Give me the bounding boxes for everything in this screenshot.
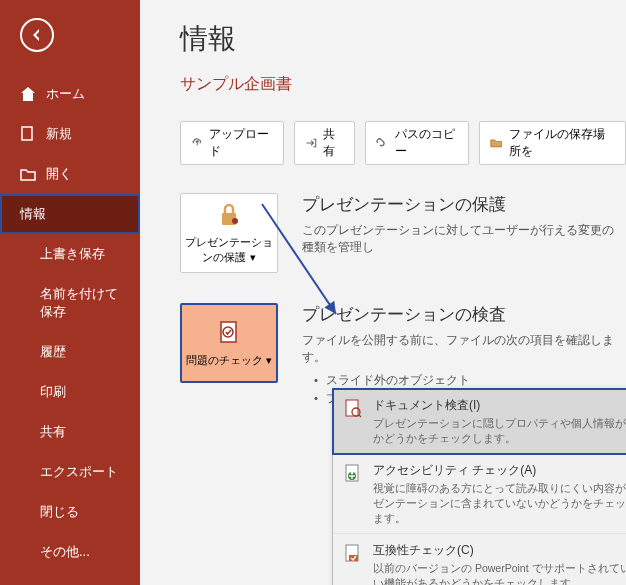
upload-label: アップロード	[209, 126, 273, 160]
protect-tile-label: プレゼンテーションの保護 ▾	[181, 235, 277, 265]
nav-save[interactable]: 上書き保存	[0, 234, 140, 274]
home-icon	[20, 86, 36, 102]
copy-path-button[interactable]: パスのコピー	[365, 121, 469, 165]
back-button[interactable]	[20, 18, 54, 52]
nav-history[interactable]: 履歴	[0, 332, 140, 372]
svg-point-12	[351, 472, 354, 475]
back-arrow-icon	[29, 27, 45, 43]
protect-body: プレゼンテーションの保護 このプレゼンテーションに対してユーザーが行える変更の種…	[302, 193, 626, 257]
nav-share[interactable]: 共有	[0, 412, 140, 452]
nav-home[interactable]: ホーム	[0, 74, 140, 114]
copy-path-label: パスのコピー	[395, 126, 459, 160]
inspect-tile[interactable]: 問題のチェック ▾	[180, 303, 278, 383]
inspect-bullet-1: スライド外のオブジェクト	[316, 371, 616, 389]
svg-rect-0	[22, 127, 32, 140]
upload-button[interactable]: アップロード	[180, 121, 284, 165]
protect-section: プレゼンテーションの保護 ▾ プレゼンテーションの保護 このプレゼンテーションに…	[180, 193, 626, 273]
menu-compatibility-check[interactable]: 互換性チェック(C) 以前のバージョンの PowerPoint でサポートされて…	[333, 534, 626, 585]
svg-line-9	[359, 415, 361, 417]
inspect-tile-label: 問題のチェック ▾	[186, 353, 272, 368]
nav-new[interactable]: 新規	[0, 114, 140, 154]
menu-compat-desc: 以前のバージョンの PowerPoint でサポートされていない機能があるかどう…	[373, 561, 626, 585]
backstage-sidebar: ホーム 新規 開く 情報 上書き保存 名前を付けて保存 履歴 印刷 共有 エクス…	[0, 0, 140, 585]
upload-icon	[191, 136, 203, 150]
nav-export[interactable]: エクスポート	[0, 452, 140, 492]
open-location-label: ファイルの保存場所を	[509, 126, 615, 160]
menu-accessibility-title: アクセシビリティ チェック(A)	[373, 462, 626, 479]
nav-open[interactable]: 開く	[0, 154, 140, 194]
inspect-heading: プレゼンテーションの検査	[302, 303, 616, 326]
open-icon	[20, 166, 36, 182]
svg-point-2	[232, 218, 238, 224]
inspect-doc-icon	[343, 398, 363, 418]
menu-document-inspect-title: ドキュメント検査(I)	[373, 397, 626, 414]
nav-info-label: 情報	[20, 205, 46, 223]
accessibility-icon	[343, 463, 363, 483]
folder-icon	[490, 136, 502, 150]
lock-icon	[215, 201, 243, 229]
nav-open-label: 開く	[46, 165, 72, 183]
nav-new-label: 新規	[46, 125, 72, 143]
share-label: 共有	[323, 126, 344, 160]
protect-tile[interactable]: プレゼンテーションの保護 ▾	[180, 193, 278, 273]
link-icon	[376, 136, 388, 150]
file-name: サンプル企画書	[180, 74, 626, 95]
nav-close[interactable]: 閉じる	[0, 492, 140, 532]
check-document-icon	[215, 319, 243, 347]
menu-document-inspect-desc: プレゼンテーションに隠しプロパティや個人情報がないかどうかをチェックします。	[373, 416, 626, 445]
protect-desc: このプレゼンテーションに対してユーザーが行える変更の種類を管理し	[302, 222, 616, 257]
nav-home-label: ホーム	[46, 85, 85, 103]
inspect-desc: ファイルを公開する前に、ファイルの次の項目を確認します。	[302, 332, 616, 367]
page-title: 情報	[180, 20, 626, 58]
protect-heading: プレゼンテーションの保護	[302, 193, 616, 216]
menu-accessibility-desc: 視覚に障碍のある方にとって読み取りにくい内容がプレゼンテーションに含まれていない…	[373, 481, 626, 525]
nav-print[interactable]: 印刷	[0, 372, 140, 412]
nav-info[interactable]: 情報	[0, 194, 140, 234]
menu-accessibility-check[interactable]: アクセシビリティ チェック(A) 視覚に障碍のある方にとって読み取りにくい内容が…	[333, 454, 626, 534]
inspect-dropdown: ドキュメント検査(I) プレゼンテーションに隠しプロパティや個人情報がないかどう…	[332, 388, 626, 585]
nav-save-as[interactable]: 名前を付けて保存	[0, 274, 140, 332]
share-icon	[305, 136, 317, 150]
new-icon	[20, 126, 36, 142]
compat-icon	[343, 543, 363, 563]
menu-document-inspect[interactable]: ドキュメント検査(I) プレゼンテーションに隠しプロパティや個人情報がないかどう…	[333, 389, 626, 454]
action-bar: アップロード 共有 パスのコピー ファイルの保存場所を	[180, 121, 626, 165]
share-button[interactable]: 共有	[294, 121, 355, 165]
main-pane: 情報 サンプル企画書 アップロード 共有 パスのコピー ファイルの保存場所を プ…	[140, 0, 626, 585]
open-location-button[interactable]: ファイルの保存場所を	[479, 121, 626, 165]
nav-others[interactable]: その他...	[0, 532, 140, 572]
menu-compat-title: 互換性チェック(C)	[373, 542, 626, 559]
